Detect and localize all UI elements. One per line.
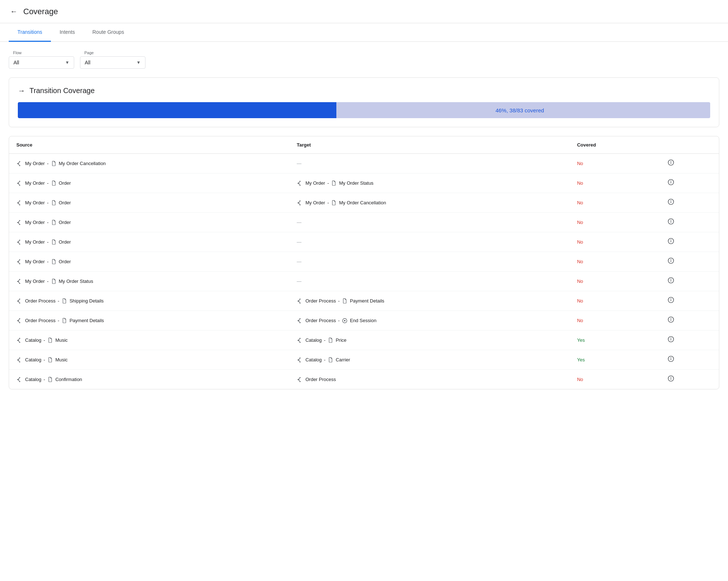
info-icon[interactable] (667, 219, 675, 227)
info-cell[interactable] (660, 213, 719, 232)
svg-point-7 (671, 161, 671, 161)
info-icon[interactable] (667, 200, 675, 207)
source-cell: My Order - Order (9, 232, 289, 252)
info-cell[interactable] (660, 232, 719, 252)
svg-point-60 (19, 283, 20, 284)
info-cell[interactable] (660, 154, 719, 173)
svg-line-53 (18, 260, 19, 262)
svg-line-129 (299, 380, 299, 381)
info-cell[interactable] (660, 330, 719, 350)
page-name: Order (59, 200, 71, 205)
covered-cell: No (570, 252, 660, 272)
svg-point-41 (671, 220, 671, 220)
svg-point-113 (299, 357, 300, 358)
svg-line-25 (18, 203, 19, 204)
svg-line-98 (18, 340, 19, 342)
svg-point-23 (19, 204, 20, 205)
source-cell: Catalog - Confirmation (9, 370, 289, 389)
svg-line-3 (18, 162, 19, 164)
progress-bar-fill (18, 102, 336, 118)
page-filter-group: Page All ▼ (80, 51, 145, 69)
svg-point-65 (671, 279, 671, 279)
covered-cell: No (570, 193, 660, 213)
svg-point-90 (344, 320, 345, 321)
info-icon[interactable] (667, 376, 675, 384)
svg-point-95 (19, 338, 20, 339)
svg-point-85 (299, 318, 300, 319)
svg-point-108 (19, 357, 20, 358)
info-icon[interactable] (667, 337, 675, 344)
flow-name: My Order (25, 239, 45, 245)
svg-line-24 (18, 201, 19, 203)
table-row: My Order - Order — No (9, 232, 719, 252)
table-row: My Order - My Order Status — No (9, 272, 719, 291)
svg-point-81 (19, 322, 20, 323)
info-cell[interactable] (660, 272, 719, 291)
page-icon (51, 220, 57, 225)
svg-point-68 (19, 302, 20, 303)
info-cell[interactable] (660, 252, 719, 272)
svg-point-109 (19, 361, 20, 362)
tab-route-groups[interactable]: Route Groups (84, 23, 133, 42)
info-cell[interactable] (660, 193, 719, 213)
info-cell[interactable] (660, 370, 719, 389)
table-row: My Order - Order My Order - My Order Sta… (9, 173, 719, 193)
target-cell: — (289, 213, 570, 232)
info-icon[interactable] (667, 298, 675, 305)
page-filter-select[interactable]: All ▼ (80, 56, 145, 69)
svg-line-115 (299, 358, 299, 360)
info-cell[interactable] (660, 291, 719, 311)
info-icon[interactable] (667, 317, 675, 325)
info-cell[interactable] (660, 311, 719, 330)
svg-line-45 (18, 241, 19, 242)
info-icon[interactable] (667, 259, 675, 266)
svg-line-75 (299, 301, 299, 302)
info-cell[interactable] (660, 350, 719, 370)
svg-point-99 (297, 340, 299, 341)
source-cell: My Order - My Order Status (9, 272, 289, 291)
page-icon (328, 337, 333, 343)
svg-point-119 (671, 357, 671, 358)
svg-point-122 (19, 381, 20, 382)
info-icon[interactable] (667, 160, 675, 168)
svg-line-123 (18, 378, 19, 380)
status-badge: No (577, 318, 583, 323)
svg-point-36 (19, 224, 20, 225)
col-info (660, 136, 719, 154)
tab-transitions[interactable]: Transitions (9, 23, 51, 42)
info-icon[interactable] (667, 180, 675, 187)
flow-filter-select[interactable]: All ▼ (9, 56, 74, 69)
svg-point-121 (19, 377, 20, 378)
svg-line-69 (18, 300, 19, 301)
svg-point-67 (19, 298, 20, 300)
covered-cell: Yes (570, 330, 660, 350)
page-name: My Order Cancellation (59, 161, 106, 166)
info-icon[interactable] (667, 357, 675, 364)
flow-name: My Order (25, 161, 45, 166)
svg-point-34 (17, 222, 18, 223)
svg-point-106 (671, 338, 671, 338)
info-cell[interactable] (660, 173, 719, 193)
progress-bar-label: 46%, 38/83 covered (329, 107, 710, 113)
svg-point-58 (17, 281, 18, 282)
flow-filter-label: Flow (9, 51, 74, 55)
svg-point-9 (19, 181, 20, 182)
info-icon[interactable] (667, 278, 675, 285)
page-icon (51, 239, 57, 245)
back-button[interactable]: ← (9, 6, 19, 17)
flow-name: Catalog (25, 357, 41, 362)
svg-line-46 (18, 242, 19, 244)
info-icon[interactable] (667, 239, 675, 246)
page-chevron-icon: ▼ (136, 60, 141, 65)
flow-icon (297, 376, 303, 383)
tab-intents[interactable]: Intents (51, 23, 84, 42)
svg-line-116 (299, 360, 299, 361)
page-name: Order (59, 220, 71, 225)
transitions-table: Source Target Covered My Order - My Orde… (9, 136, 719, 389)
flow-icon (16, 278, 23, 285)
table-row: Catalog - Music Catalog - Carrier (9, 350, 719, 370)
flow-name: My Order (25, 259, 45, 264)
svg-line-16 (299, 182, 299, 183)
status-badge: No (577, 298, 583, 304)
svg-line-111 (18, 360, 19, 361)
